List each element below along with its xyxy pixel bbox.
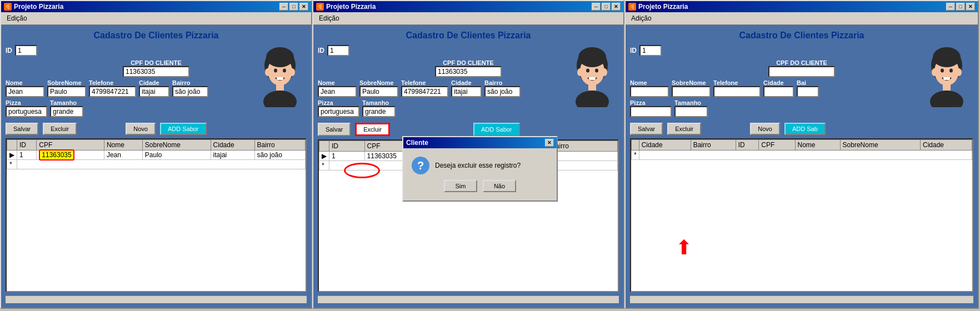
close-btn-1[interactable]: ✕	[299, 3, 308, 11]
cidade-input-3[interactable]	[763, 86, 794, 97]
tamanho-group-3: Tamanho	[674, 99, 708, 117]
row-new-1	[17, 160, 306, 169]
svg-point-28	[930, 91, 963, 107]
bairro-input-1[interactable]	[172, 86, 208, 97]
nome-input-2[interactable]	[318, 86, 357, 97]
col-header-nome-3: Nome	[795, 140, 840, 151]
menu-edicao-2[interactable]: Edição	[316, 13, 342, 23]
id-input-1[interactable]	[15, 45, 37, 56]
id-input-2[interactable]	[327, 45, 349, 56]
dialog-title-bar: Cliente ✕	[403, 137, 557, 148]
scrollbar-h-1[interactable]	[6, 295, 307, 303]
scrollbar-h-3[interactable]	[630, 295, 973, 303]
confirm-dialog: Cliente ✕ ? Deseja excluir esse registro…	[402, 136, 558, 202]
col-header-id-1: ID	[17, 140, 37, 151]
close-btn-3[interactable]: ✕	[966, 3, 975, 11]
menu-adicao-3[interactable]: Adição	[628, 13, 654, 23]
add-sabor-btn-3[interactable]: ADD Sab	[784, 123, 826, 135]
sobrenome-input-1[interactable]	[47, 86, 86, 97]
maximize-btn-1[interactable]: □	[289, 3, 298, 11]
telefone-input-3[interactable]	[713, 86, 761, 97]
maximize-btn-2[interactable]: □	[602, 3, 611, 11]
app-icon-1: 🍕	[4, 3, 12, 11]
add-sabor-btn-2[interactable]: ADD Sabor	[473, 123, 520, 136]
salvar-btn-1[interactable]: Salvar	[6, 123, 38, 135]
up-arrow-annotation: ⬆	[676, 238, 692, 258]
table-row-new[interactable]: *	[7, 160, 306, 169]
title-bar-left-2: 🍕 Projeto Pizzaria	[316, 3, 376, 11]
menu-edicao-1[interactable]: Edição	[4, 13, 30, 23]
cpf-label-2: CPF DO CLIENTE	[443, 59, 494, 66]
cpf-label-1: CPF DO CLIENTE	[131, 59, 182, 66]
pizza-input-1[interactable]	[6, 106, 47, 117]
col-header-id-2: ID	[329, 141, 365, 152]
pizza-input-2[interactable]	[318, 106, 359, 117]
bairro-input-3[interactable]	[797, 86, 819, 97]
sobrenome-group-3: SobreNome	[672, 79, 711, 97]
novo-btn-1[interactable]: Novo	[126, 123, 156, 135]
sobrenome-input-2[interactable]	[359, 86, 398, 97]
cidade-group-1: Cidade	[139, 79, 169, 97]
svg-point-14	[602, 68, 607, 76]
tamanho-input-3[interactable]	[674, 106, 708, 117]
excluir-btn-3[interactable]: Excluir	[667, 123, 701, 135]
excluir-btn-1[interactable]: Excluir	[43, 123, 77, 135]
minimize-btn-1[interactable]: ─	[279, 3, 288, 11]
pizza-label-2: Pizza	[318, 99, 359, 106]
col-header-selector-2	[319, 141, 329, 152]
table-area-1: ID CPF Nome SobreNome Cidade Bairro ▶ 1 …	[6, 138, 307, 292]
telefone-input-2[interactable]	[401, 86, 448, 97]
cidade-input-2[interactable]	[451, 86, 482, 97]
row-cidade-1: itajai	[211, 151, 254, 160]
minimize-btn-2[interactable]: ─	[592, 3, 601, 11]
cpf-input-3[interactable]	[768, 66, 835, 77]
novo-btn-3[interactable]: Novo	[750, 123, 780, 135]
dialog-sim-btn[interactable]: Sim	[444, 180, 477, 192]
content-1: Cadastro De Clientes Pizzaria	[1, 25, 311, 308]
sobrenome-label-1: SobreNome	[47, 79, 86, 86]
salvar-btn-2[interactable]: Salvar	[318, 123, 351, 136]
id-label-1: ID	[6, 47, 12, 54]
bairro-label-1: Bairro	[172, 79, 208, 86]
app-icon-3: 🍕	[628, 3, 636, 11]
dialog-nao-btn[interactable]: Não	[483, 180, 516, 192]
row-selector-new-1: *	[7, 160, 17, 169]
id-row-3: ID	[630, 45, 973, 56]
close-btn-2[interactable]: ✕	[612, 3, 621, 11]
col-header-bairro-2: Bairro	[548, 141, 617, 152]
cpf-label-3: CPF DO CLIENTE	[776, 59, 827, 66]
nome-input-1[interactable]	[6, 86, 44, 97]
svg-point-5	[274, 69, 277, 73]
cpf-input-2[interactable]	[435, 66, 502, 77]
svg-rect-9	[276, 84, 284, 91]
excluir-btn-2[interactable]: Excluir	[355, 123, 390, 136]
table-row-new-3[interactable]: *	[632, 151, 972, 160]
add-sabor-btn-1[interactable]: ADD Sabor	[160, 123, 207, 135]
dialog-title-text: Cliente	[406, 139, 428, 147]
app-icon-2: 🍕	[316, 3, 324, 11]
bairro-input-2[interactable]	[484, 86, 521, 97]
id-input-3[interactable]	[639, 45, 662, 56]
salvar-btn-3[interactable]: Salvar	[630, 123, 663, 135]
scrollbar-h-2[interactable]	[318, 295, 619, 303]
table-row[interactable]: ▶ 1 11363035 Jean Paulo itajai são joão	[7, 151, 306, 160]
dialog-message-row: ? Deseja excluir esse registro?	[412, 157, 548, 174]
minimize-btn-3[interactable]: ─	[946, 3, 955, 11]
pizza-input-3[interactable]	[630, 106, 672, 117]
dialog-close-btn[interactable]: ✕	[545, 139, 554, 147]
sobrenome-group-1: SobreNome	[47, 79, 86, 97]
svg-point-12	[578, 47, 606, 67]
maximize-btn-3[interactable]: □	[956, 3, 965, 11]
nome-input-3[interactable]	[630, 86, 669, 97]
cpf-input-1[interactable]	[123, 66, 189, 77]
title-bar-buttons-3: ─ □ ✕	[946, 3, 975, 11]
row-new-3	[639, 151, 972, 160]
row-id-1: 1	[17, 151, 37, 160]
col-header-selector-3	[632, 140, 639, 151]
tamanho-input-1[interactable]	[50, 106, 83, 117]
fields-row-3b: Pizza Tamanho	[630, 99, 973, 117]
tamanho-input-2[interactable]	[362, 106, 396, 117]
cidade-input-1[interactable]	[139, 86, 169, 97]
sobrenome-input-3[interactable]	[672, 86, 711, 97]
telefone-input-1[interactable]	[89, 86, 136, 97]
